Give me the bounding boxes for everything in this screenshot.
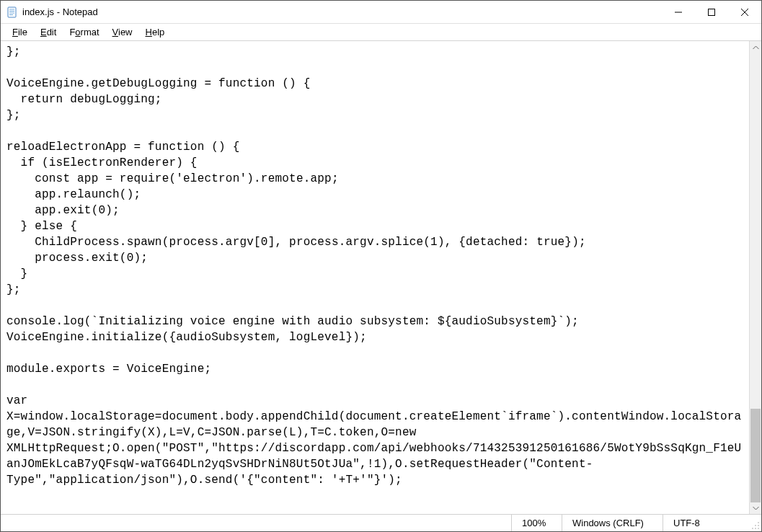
statusbar: 100% Windows (CRLF) UTF-8 (1, 514, 761, 531)
chevron-down-icon (753, 506, 759, 510)
maximize-button[interactable] (695, 1, 728, 23)
vertical-scrollbar[interactable] (749, 41, 761, 514)
svg-point-12 (752, 528, 753, 529)
menu-file-rest: ile (18, 27, 27, 37)
svg-point-14 (758, 528, 759, 529)
chevron-up-icon (753, 45, 759, 50)
window-controls (662, 1, 761, 23)
menu-help-rest: elp (152, 27, 164, 37)
menu-view[interactable]: View (107, 25, 138, 39)
scroll-up-button[interactable] (750, 41, 762, 53)
close-icon (741, 9, 748, 16)
status-encoding: UTF-8 (663, 515, 749, 531)
titlebar[interactable]: index.js - Notepad (1, 1, 761, 24)
svg-point-11 (758, 525, 759, 526)
svg-point-9 (758, 522, 759, 523)
menu-view-rest: iew (118, 27, 133, 37)
scroll-thumb[interactable] (750, 409, 761, 502)
notepad-icon (6, 6, 18, 18)
svg-point-13 (755, 528, 756, 529)
menu-edit[interactable]: Edit (35, 25, 62, 39)
status-line-ending: Windows (CRLF) (562, 515, 663, 531)
maximize-icon (708, 9, 715, 16)
menu-format[interactable]: Format (63, 25, 105, 39)
menu-edit-rest: dit (47, 27, 57, 37)
menu-format-rest: rmat (81, 27, 99, 37)
minimize-button[interactable] (662, 1, 695, 23)
svg-rect-0 (8, 7, 16, 17)
scroll-down-button[interactable] (750, 502, 762, 514)
minimize-icon (675, 9, 682, 16)
svg-rect-6 (709, 9, 715, 15)
content-area: }; VoiceEngine.getDebugLogging = functio… (1, 41, 761, 514)
status-zoom[interactable]: 100% (511, 515, 562, 531)
resize-grip[interactable] (749, 515, 761, 531)
menu-file[interactable]: File (6, 25, 33, 39)
menu-help[interactable]: Help (140, 25, 171, 39)
close-button[interactable] (728, 1, 761, 23)
svg-point-10 (755, 525, 756, 526)
window-title: index.js - Notepad (22, 6, 98, 17)
resize-grip-icon (751, 521, 760, 530)
editor-textarea[interactable]: }; VoiceEngine.getDebugLogging = functio… (1, 41, 749, 514)
menubar: File Edit Format View Help (1, 24, 761, 41)
notepad-window: index.js - Notepad File Edit Format View… (0, 0, 762, 532)
